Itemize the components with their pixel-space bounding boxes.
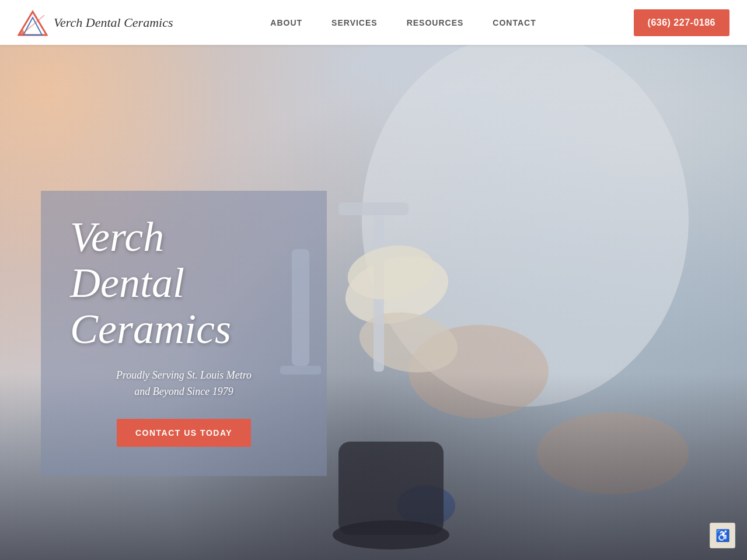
hero-content-box: VerchDentalCeramics Proudly Serving St. … <box>41 191 327 476</box>
logo-text: Verch Dental Ceramics <box>54 15 173 30</box>
contact-cta-button[interactable]: CONTACT US TODAY <box>117 419 251 447</box>
logo[interactable]: Verch Dental Ceramics <box>18 9 173 36</box>
nav-about[interactable]: ABOUT <box>270 18 302 27</box>
hero-section: VerchDentalCeramics Proudly Serving St. … <box>0 45 747 560</box>
hero-subtitle: Proudly Serving St. Louis Metroand Beyon… <box>70 367 298 401</box>
nav-contact[interactable]: CONTACT <box>493 18 536 27</box>
svg-marker-1 <box>23 18 42 35</box>
accessibility-button[interactable]: ♿ <box>710 523 735 548</box>
nav-services[interactable]: SERVICES <box>331 18 378 27</box>
hero-title: VerchDentalCeramics <box>70 214 298 353</box>
site-header: Verch Dental Ceramics ABOUT SERVICES RES… <box>0 0 747 45</box>
phone-button[interactable]: (636) 227-0186 <box>634 9 729 36</box>
logo-icon <box>18 9 48 36</box>
main-nav: ABOUT SERVICES RESOURCES CONTACT <box>270 18 536 27</box>
nav-resources[interactable]: RESOURCES <box>407 18 464 27</box>
accessibility-icon: ♿ <box>715 528 730 542</box>
